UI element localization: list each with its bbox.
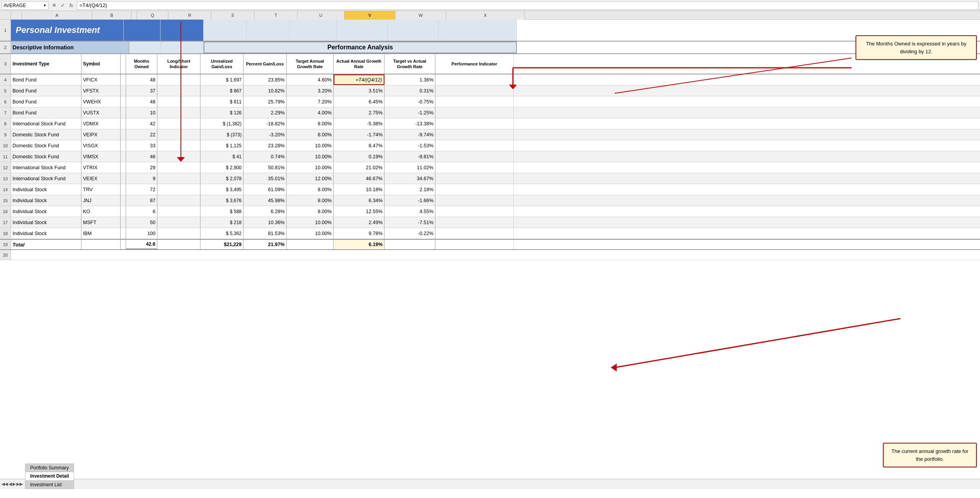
- cell-Q10[interactable]: 33: [126, 140, 157, 151]
- cell-U4[interactable]: 4.60%: [287, 74, 334, 85]
- col-header-B[interactable]: B: [92, 11, 132, 20]
- cell-W9[interactable]: -9.74%: [384, 129, 435, 140]
- insert-function-btn[interactable]: fx: [67, 2, 75, 9]
- cell-B18[interactable]: IBM: [81, 228, 121, 239]
- cell-R17[interactable]: [157, 217, 200, 228]
- cell-U10[interactable]: 10.00%: [287, 140, 334, 151]
- cell-T4[interactable]: 23.85%: [244, 74, 287, 85]
- cell-V9[interactable]: -1.74%: [334, 129, 384, 140]
- cell-B4[interactable]: VFICX: [81, 74, 121, 85]
- cell-V13[interactable]: 46.67%: [334, 173, 384, 184]
- cell-U16[interactable]: 8.00%: [287, 206, 334, 217]
- cell-A10[interactable]: Domestic Stock Fund: [11, 140, 81, 151]
- cell-S16[interactable]: $ 588: [200, 206, 244, 217]
- col-header-V[interactable]: V: [345, 11, 395, 20]
- cell-X8[interactable]: [435, 118, 514, 129]
- cell-T17[interactable]: 10.36%: [244, 217, 287, 228]
- tab-last[interactable]: ▶▶: [16, 482, 23, 487]
- cell-W13[interactable]: 34.67%: [384, 173, 435, 184]
- cell-A7[interactable]: Bond Fund: [11, 107, 81, 118]
- cell-W7[interactable]: -1.25%: [384, 107, 435, 118]
- cell-A19[interactable]: Total: [11, 240, 81, 249]
- cell-S4[interactable]: $ 1,697: [200, 74, 244, 85]
- col-header-T[interactable]: T: [254, 11, 298, 20]
- cell-W14[interactable]: 2.18%: [384, 184, 435, 195]
- cell-Q2[interactable]: [129, 42, 161, 53]
- cell-U11[interactable]: 10.00%: [287, 151, 334, 162]
- cell-R18[interactable]: [157, 228, 200, 239]
- cell-U9[interactable]: 8.00%: [287, 129, 334, 140]
- cell-Q11[interactable]: 46: [126, 151, 157, 162]
- cell-X13[interactable]: [435, 173, 514, 184]
- cell-A3[interactable]: Investment Type: [11, 54, 81, 74]
- cell-A2[interactable]: Descriptive Information: [11, 42, 124, 53]
- cell-Q1[interactable]: [129, 20, 161, 41]
- cell-U18[interactable]: 10.00%: [287, 228, 334, 239]
- cell-Q18[interactable]: 100: [126, 228, 157, 239]
- cell-R8[interactable]: [157, 118, 200, 129]
- cell-Q19[interactable]: 42.6: [126, 240, 157, 249]
- cell-U19[interactable]: [287, 240, 334, 249]
- confirm-btn[interactable]: ✓: [59, 2, 67, 9]
- cell-T15[interactable]: 45.98%: [244, 195, 287, 206]
- cell-Q3[interactable]: Months Owned: [126, 54, 157, 74]
- cell-V5[interactable]: 3.51%: [334, 85, 384, 96]
- cell-R5[interactable]: [157, 85, 200, 96]
- cell-U1[interactable]: [290, 20, 337, 41]
- cell-X17[interactable]: [435, 217, 514, 228]
- col-header-Q[interactable]: Q: [137, 11, 168, 20]
- cell-U7[interactable]: 4.00%: [287, 107, 334, 118]
- cell-V19[interactable]: 6.19%: [334, 240, 384, 249]
- cell-V15[interactable]: 6.34%: [334, 195, 384, 206]
- cell-V4[interactable]: =T4/(Q4/12): [334, 74, 384, 85]
- cell-X1[interactable]: [439, 20, 517, 41]
- cell-R14[interactable]: [157, 184, 200, 195]
- cell-Q14[interactable]: 72: [126, 184, 157, 195]
- cell-Q4[interactable]: 48: [126, 74, 157, 85]
- cell-B8[interactable]: VDMIX: [81, 118, 121, 129]
- cell-R7[interactable]: [157, 107, 200, 118]
- cell-X7[interactable]: [435, 107, 514, 118]
- cell-B6[interactable]: VWEHX: [81, 96, 121, 107]
- cell-R19[interactable]: [157, 240, 200, 249]
- cell-V11[interactable]: 0.19%: [334, 151, 384, 162]
- cell-S8[interactable]: $ (1,382): [200, 118, 244, 129]
- cell-R6[interactable]: [157, 96, 200, 107]
- cell-S7[interactable]: $ 126: [200, 107, 244, 118]
- cell-S14[interactable]: $ 3,495: [200, 184, 244, 195]
- cell-U12[interactable]: 10.00%: [287, 162, 334, 173]
- cell-R2[interactable]: [161, 42, 204, 53]
- cell-X15[interactable]: [435, 195, 514, 206]
- cell-V6[interactable]: 6.45%: [334, 96, 384, 107]
- tab-prev[interactable]: ◀: [9, 482, 12, 487]
- cell-A18[interactable]: Individual Stock: [11, 228, 81, 239]
- tab-first[interactable]: ◀◀: [2, 482, 8, 487]
- cell-Q5[interactable]: 37: [126, 85, 157, 96]
- cell-T14[interactable]: 61.09%: [244, 184, 287, 195]
- cell-R10[interactable]: [157, 140, 200, 151]
- cell-X19[interactable]: [435, 240, 514, 249]
- cell-B19[interactable]: [81, 240, 121, 249]
- cell-Q7[interactable]: 10: [126, 107, 157, 118]
- cell-A11[interactable]: Domestic Stock Fund: [11, 151, 81, 162]
- col-header-X[interactable]: X: [446, 11, 525, 20]
- cell-T5[interactable]: 10.82%: [244, 85, 287, 96]
- sheet-tab-2[interactable]: Investment List: [25, 480, 74, 489]
- cell-W8[interactable]: -13.38%: [384, 118, 435, 129]
- cell-T19[interactable]: 21.97%: [244, 240, 287, 249]
- col-header-U[interactable]: U: [298, 11, 345, 20]
- cell-X14[interactable]: [435, 184, 514, 195]
- cell-X5[interactable]: [435, 85, 514, 96]
- cell-V18[interactable]: 9.78%: [334, 228, 384, 239]
- cell-B11[interactable]: VIMSX: [81, 151, 121, 162]
- cell-W19[interactable]: [384, 240, 435, 249]
- cell-R13[interactable]: [157, 173, 200, 184]
- cell-S12[interactable]: $ 2,900: [200, 162, 244, 173]
- cell-V16[interactable]: 12.55%: [334, 206, 384, 217]
- cell-B15[interactable]: JNJ: [81, 195, 121, 206]
- col-header-S[interactable]: S: [211, 11, 254, 20]
- cell-W12[interactable]: 11.02%: [384, 162, 435, 173]
- cell-Q17[interactable]: 50: [126, 217, 157, 228]
- cell-W17[interactable]: -7.51%: [384, 217, 435, 228]
- cell-U3[interactable]: Target Annual Growth Rate: [287, 54, 334, 74]
